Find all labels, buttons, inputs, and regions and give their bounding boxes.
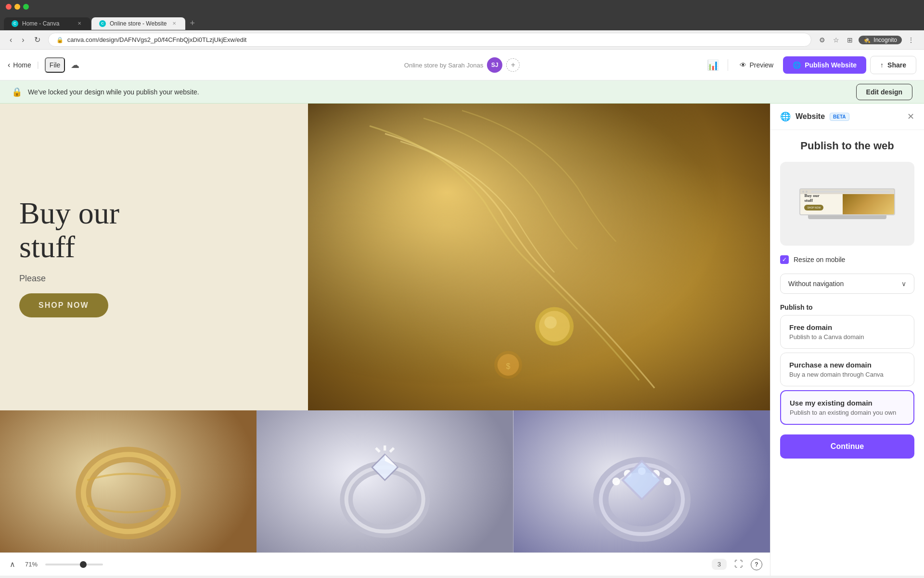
toolbar: ‹ Home | File ☁ Online store by Sarah Jo… <box>0 50 924 80</box>
nav-dot-1 <box>802 191 804 193</box>
cloud-save-icon[interactable]: ☁ <box>71 60 79 70</box>
website-icon: 🌐 <box>780 111 791 122</box>
free-domain-option[interactable]: Free domain Publish to a Canva domain <box>780 315 914 349</box>
help-button[interactable]: ? <box>751 559 762 570</box>
ring-item-2 <box>257 410 513 576</box>
file-menu-button[interactable]: File <box>45 57 65 73</box>
share-icon: ↑ <box>880 61 884 69</box>
svg-rect-0 <box>308 104 770 410</box>
svg-rect-11 <box>257 410 513 576</box>
continue-button[interactable]: Continue <box>780 434 914 459</box>
back-to-home-button[interactable]: ‹ Home <box>8 61 31 69</box>
nav-dot-2 <box>806 191 808 193</box>
canvas-bottom-bar: ∧ 71% 3 ⛶ ? <box>0 552 770 576</box>
publish-label: Publish Website <box>805 61 857 69</box>
tab-store-label: Online store - Website <box>110 20 167 27</box>
hero-subtitle: Please <box>19 274 289 284</box>
free-domain-title: Free domain <box>789 323 905 331</box>
laptop-screen: Buy ourstuff SHOP NOW <box>799 188 895 215</box>
notification-text: We've locked your design while you publi… <box>28 88 850 96</box>
toolbar-center: Online store by Sarah Jonas SJ + <box>404 57 520 73</box>
extensions-button[interactable]: ⚙ <box>817 34 827 46</box>
zoom-slider[interactable] <box>45 564 103 565</box>
free-domain-desc: Publish to a Canva domain <box>789 333 905 341</box>
publish-icon: 🌐 <box>793 61 801 69</box>
navigation-dropdown[interactable]: Without navigation ∨ <box>780 274 914 294</box>
rings-section <box>0 410 770 576</box>
laptop-preview-title: Buy ourstuff <box>804 193 838 203</box>
laptop-container: Buy ourstuff SHOP NOW <box>791 188 903 219</box>
avatar[interactable]: SJ <box>487 57 502 73</box>
tab-grid-button[interactable]: ⊞ <box>845 34 855 46</box>
home-link-label: Home <box>13 61 31 69</box>
title-bar <box>0 0 924 13</box>
design-page: Buy ourstuff Please SHOP NOW <box>0 104 770 576</box>
close-window-button[interactable] <box>6 4 12 10</box>
scroll-up-button[interactable]: ∧ <box>8 558 17 571</box>
resize-mobile-checkbox[interactable]: ✓ <box>780 255 789 264</box>
canvas-content: Buy ourstuff Please SHOP NOW <box>0 104 770 576</box>
tab-bar: C Home - Canva ✕ C Online store - Websit… <box>0 13 924 30</box>
ring-item-3 <box>513 410 770 576</box>
add-collaborator-button[interactable]: + <box>506 58 520 72</box>
notification-bar: 🔒 We've locked your design while you pub… <box>0 80 924 104</box>
back-button[interactable]: ‹ <box>8 34 14 46</box>
svg-point-6 <box>498 354 519 376</box>
tab-home-close[interactable]: ✕ <box>76 20 83 27</box>
reload-button[interactable]: ↻ <box>32 33 42 46</box>
hero-image: $ <box>308 104 770 410</box>
preview-button[interactable]: 👁 Preview <box>734 57 779 73</box>
website-preview-card: Buy ourstuff SHOP NOW <box>780 162 914 246</box>
ring-1-svg <box>0 410 257 576</box>
zoom-thumb[interactable] <box>80 561 87 568</box>
maximize-window-button[interactable] <box>23 4 29 10</box>
svg-point-5 <box>494 351 522 379</box>
laptop-preview: Buy ourstuff SHOP NOW <box>780 162 914 246</box>
tab-store-close[interactable]: ✕ <box>171 20 178 27</box>
publish-website-button[interactable]: 🌐 Publish Website <box>783 56 866 74</box>
toolbar-right: 📊 👁 Preview 🌐 Publish Website ↑ Share <box>704 56 916 74</box>
svg-point-22 <box>612 478 620 486</box>
toolbar-separator-1 <box>728 59 728 71</box>
bookmark-button[interactable]: ☆ <box>831 34 841 46</box>
zoom-slider-container <box>45 564 141 565</box>
url-bar[interactable]: 🔒 canva.com/design/DAFNVgs2_p0/f4CFnbQjx… <box>48 33 812 47</box>
fullscreen-button[interactable]: ⛶ <box>734 559 743 569</box>
edit-design-button[interactable]: Edit design <box>856 84 912 100</box>
laptop-base <box>808 215 886 219</box>
lock-icon: 🔒 <box>56 37 64 43</box>
panel-close-button[interactable]: ✕ <box>907 111 914 122</box>
forward-button[interactable]: › <box>20 34 26 46</box>
shop-now-button[interactable]: SHOP NOW <box>19 293 108 317</box>
beta-badge: BETA <box>830 113 849 121</box>
chevron-down-icon: ∨ <box>901 280 906 288</box>
ring-2-svg <box>257 410 513 576</box>
share-button[interactable]: ↑ Share <box>870 56 916 74</box>
svg-point-3 <box>539 311 570 342</box>
canvas-area: Buy ourstuff Please SHOP NOW <box>0 104 770 576</box>
panel-title: Website <box>796 112 825 121</box>
analytics-button[interactable]: 📊 <box>704 56 722 74</box>
purchase-domain-option[interactable]: Purchase a new domain Buy a new domain t… <box>780 353 914 386</box>
hero-section: Buy ourstuff Please SHOP NOW <box>0 104 770 410</box>
svg-point-2 <box>535 307 574 346</box>
menu-button[interactable]: ⋮ <box>906 34 916 46</box>
purchase-domain-title: Purchase a new domain <box>789 361 905 369</box>
new-tab-button[interactable]: + <box>186 16 199 30</box>
minimize-window-button[interactable] <box>14 4 20 10</box>
tab-home[interactable]: C Home - Canva ✕ <box>4 17 90 30</box>
tab-store[interactable]: C Online store - Website ✕ <box>91 17 185 30</box>
incognito-label: Incognito <box>873 37 897 43</box>
page-indicator: 3 <box>712 559 727 570</box>
publish-heading: Publish to the web <box>780 140 914 152</box>
notification-icon: 🔒 <box>12 87 22 97</box>
tab-home-favicon: C <box>12 20 18 27</box>
publish-to-section: Publish to Free domain Publish to a Canv… <box>780 303 914 425</box>
panel-body: Publish to the web Buy ourstuff SHOP NOW <box>770 130 924 576</box>
toolbar-divider: | <box>37 61 39 69</box>
nav-dropdown-text: Without navigation <box>788 280 844 288</box>
zoom-level-label: 71% <box>25 561 38 568</box>
share-label: Share <box>887 61 906 69</box>
design-title: Online store by Sarah Jonas <box>404 61 483 69</box>
existing-domain-option[interactable]: Use my existing domain Publish to an exi… <box>780 390 914 425</box>
